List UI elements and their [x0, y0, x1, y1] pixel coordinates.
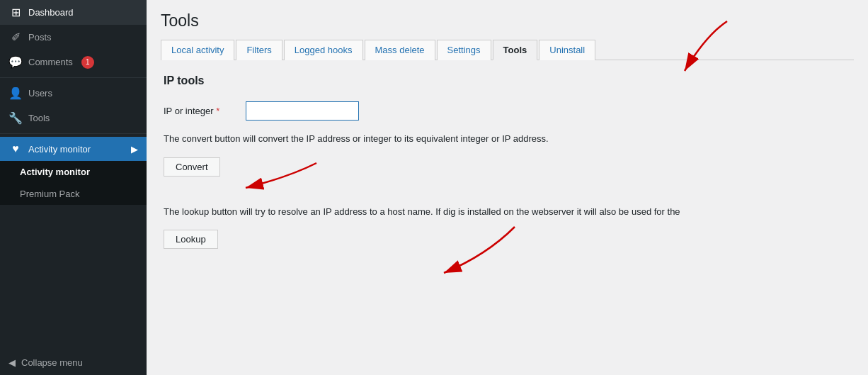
- sidebar-item-dashboard[interactable]: ⊞ Dashboard: [0, 0, 147, 25]
- activity-monitor-arrow: ▶: [131, 144, 138, 155]
- main-content: Tools Local activity Filters Logged hook…: [147, 0, 868, 375]
- ip-label: IP or integer *: [164, 106, 234, 116]
- users-icon: 👤: [8, 86, 23, 100]
- sidebar-item-posts[interactable]: ✐ Posts: [0, 25, 147, 50]
- tab-mass-delete[interactable]: Mass delete: [365, 40, 435, 60]
- sidebar-separator-2: [0, 133, 147, 134]
- submenu-premium-label: Premium Pack: [20, 189, 80, 199]
- content-area: IP tools IP or integer * The convert but…: [147, 60, 868, 375]
- tools-icon: 🔧: [8, 111, 23, 125]
- sidebar-item-label: Dashboard: [28, 7, 74, 18]
- sidebar-submenu-item-premium-pack[interactable]: Premium Pack: [0, 183, 147, 205]
- collapse-label: Collapse menu: [21, 357, 83, 368]
- sidebar-separator: [0, 77, 147, 78]
- lookup-info-text: The lookup button will try to resolve an…: [164, 205, 851, 219]
- sidebar-item-tools[interactable]: 🔧 Tools: [0, 106, 147, 130]
- tab-logged-hooks[interactable]: Logged hooks: [284, 40, 363, 60]
- tab-tools[interactable]: Tools: [493, 40, 538, 60]
- tab-settings[interactable]: Settings: [437, 40, 491, 60]
- tabs-bar: Local activity Filters Logged hooks Mass…: [161, 39, 854, 60]
- ip-form-row: IP or integer *: [164, 101, 851, 121]
- sidebar: ⊞ Dashboard ✐ Posts 💬 Comments 1 👤 Users…: [0, 0, 147, 375]
- activity-monitor-icon: ♥: [8, 142, 23, 155]
- sidebar-item-users[interactable]: 👤 Users: [0, 81, 147, 106]
- sidebar-submenu-item-activity-monitor[interactable]: Activity monitor: [0, 161, 147, 183]
- ip-input[interactable]: [246, 101, 359, 121]
- sidebar-item-label: Activity monitor: [28, 144, 91, 155]
- sidebar-item-comments[interactable]: 💬 Comments 1: [0, 50, 147, 74]
- dashboard-icon: ⊞: [8, 6, 23, 19]
- convert-button[interactable]: Convert: [164, 157, 220, 177]
- collapse-icon: ◀: [8, 357, 16, 368]
- convert-info-text: The convert button will convert the IP a…: [164, 132, 851, 146]
- tab-filters[interactable]: Filters: [236, 40, 282, 60]
- comments-icon: 💬: [8, 55, 23, 69]
- tab-local-activity[interactable]: Local activity: [161, 40, 234, 60]
- collapse-menu-button[interactable]: ◀ Collapse menu: [0, 350, 147, 375]
- tab-uninstall[interactable]: Uninstall: [539, 40, 595, 60]
- sidebar-item-activity-monitor[interactable]: ♥ Activity monitor ▶: [0, 137, 147, 161]
- page-title: Tools: [161, 11, 854, 30]
- sidebar-item-label: Users: [28, 88, 52, 99]
- sidebar-submenu: Activity monitor Premium Pack: [0, 161, 147, 205]
- submenu-activity-label: Activity monitor: [20, 167, 90, 177]
- sidebar-item-label: Posts: [28, 32, 52, 43]
- sidebar-item-label: Comments: [28, 57, 73, 67]
- ip-tools-title: IP tools: [164, 74, 851, 87]
- sidebar-item-label: Tools: [28, 113, 50, 123]
- comments-badge: 1: [81, 56, 94, 69]
- required-indicator: *: [216, 106, 219, 116]
- lookup-button[interactable]: Lookup: [164, 230, 218, 249]
- posts-icon: ✐: [8, 30, 23, 44]
- main-header: Tools Local activity Filters Logged hook…: [147, 0, 868, 60]
